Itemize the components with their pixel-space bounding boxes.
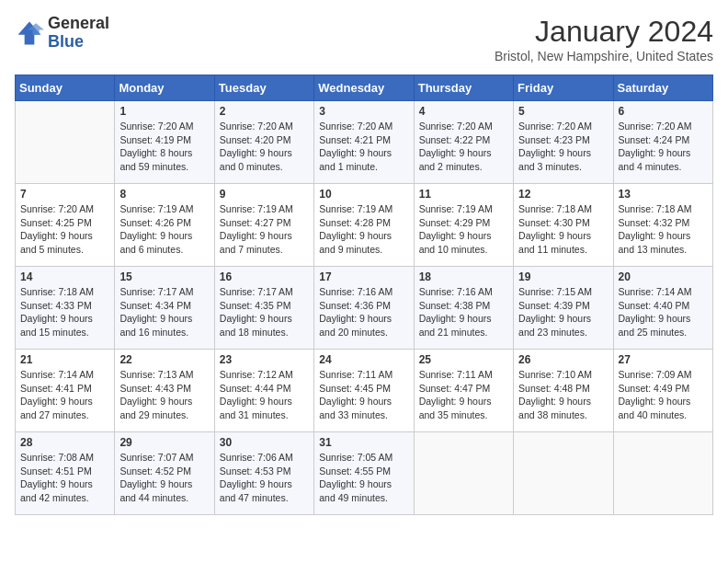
day-info: Sunrise: 7:10 AMSunset: 4:48 PMDaylight:… — [518, 368, 608, 422]
day-info: Sunrise: 7:19 AMSunset: 4:29 PMDaylight:… — [419, 202, 508, 257]
calendar-cell: 6Sunrise: 7:20 AMSunset: 4:24 PMDaylight… — [613, 101, 712, 184]
calendar-cell: 24Sunrise: 7:11 AMSunset: 4:45 PMDayligh… — [314, 350, 414, 432]
day-info: Sunrise: 7:20 AMSunset: 4:22 PMDaylight:… — [419, 120, 508, 174]
day-info: Sunrise: 7:19 AMSunset: 4:28 PMDaylight:… — [319, 202, 408, 257]
calendar-cell: 18Sunrise: 7:16 AMSunset: 4:38 PMDayligh… — [414, 267, 513, 350]
day-number: 27 — [619, 353, 708, 366]
calendar-cell: 26Sunrise: 7:10 AMSunset: 4:48 PMDayligh… — [514, 350, 613, 432]
day-info: Sunrise: 7:08 AMSunset: 4:51 PMDaylight:… — [20, 451, 109, 505]
day-info: Sunrise: 7:11 AMSunset: 4:47 PMDaylight:… — [419, 368, 508, 422]
day-info: Sunrise: 7:05 AMSunset: 4:55 PMDaylight:… — [319, 451, 408, 505]
day-info: Sunrise: 7:09 AMSunset: 4:49 PMDaylight:… — [619, 368, 708, 422]
day-info: Sunrise: 7:20 AMSunset: 4:21 PMDaylight:… — [319, 120, 408, 174]
day-info: Sunrise: 7:18 AMSunset: 4:32 PMDaylight:… — [619, 202, 708, 257]
calendar-cell: 23Sunrise: 7:12 AMSunset: 4:44 PMDayligh… — [214, 350, 313, 432]
day-number: 17 — [319, 270, 408, 283]
weekday-header-row: SundayMondayTuesdayWednesdayThursdayFrid… — [16, 75, 713, 101]
day-number: 24 — [319, 353, 408, 366]
day-number: 14 — [20, 270, 109, 283]
day-info: Sunrise: 7:15 AMSunset: 4:39 PMDaylight:… — [518, 285, 608, 339]
calendar-subtitle: Bristol, New Hampshire, United States — [495, 49, 713, 63]
day-info: Sunrise: 7:14 AMSunset: 4:41 PMDaylight:… — [20, 368, 109, 422]
day-info: Sunrise: 7:18 AMSunset: 4:33 PMDaylight:… — [20, 285, 109, 339]
calendar-cell: 21Sunrise: 7:14 AMSunset: 4:41 PMDayligh… — [16, 350, 115, 432]
calendar-cell: 13Sunrise: 7:18 AMSunset: 4:32 PMDayligh… — [613, 184, 712, 267]
calendar-cell — [414, 432, 513, 515]
page-header: General Blue January 2024 Bristol, New H… — [15, 15, 713, 63]
day-info: Sunrise: 7:07 AMSunset: 4:52 PMDaylight:… — [119, 451, 209, 505]
weekday-header-monday: Monday — [115, 75, 214, 101]
calendar-cell: 9Sunrise: 7:19 AMSunset: 4:27 PMDaylight… — [214, 184, 313, 267]
calendar-cell: 19Sunrise: 7:15 AMSunset: 4:39 PMDayligh… — [514, 267, 613, 350]
calendar-cell: 8Sunrise: 7:19 AMSunset: 4:26 PMDaylight… — [115, 184, 214, 267]
day-number: 20 — [619, 270, 708, 283]
calendar-cell — [613, 432, 712, 515]
day-number: 19 — [518, 270, 608, 283]
weekday-header-tuesday: Tuesday — [214, 75, 313, 101]
day-number: 1 — [119, 105, 209, 118]
calendar-cell: 16Sunrise: 7:17 AMSunset: 4:35 PMDayligh… — [214, 267, 313, 350]
calendar-cell: 7Sunrise: 7:20 AMSunset: 4:25 PMDaylight… — [16, 184, 115, 267]
calendar-cell: 12Sunrise: 7:18 AMSunset: 4:30 PMDayligh… — [514, 184, 613, 267]
day-info: Sunrise: 7:20 AMSunset: 4:25 PMDaylight:… — [20, 202, 109, 257]
title-section: January 2024 Bristol, New Hampshire, Uni… — [495, 15, 713, 63]
calendar-week-4: 21Sunrise: 7:14 AMSunset: 4:41 PMDayligh… — [16, 350, 713, 432]
day-info: Sunrise: 7:12 AMSunset: 4:44 PMDaylight:… — [220, 368, 309, 422]
calendar-cell: 22Sunrise: 7:13 AMSunset: 4:43 PMDayligh… — [115, 350, 214, 432]
calendar-week-1: 1Sunrise: 7:20 AMSunset: 4:19 PMDaylight… — [16, 101, 713, 184]
calendar-cell: 15Sunrise: 7:17 AMSunset: 4:34 PMDayligh… — [115, 267, 214, 350]
day-info: Sunrise: 7:17 AMSunset: 4:34 PMDaylight:… — [119, 285, 209, 339]
day-number: 30 — [220, 436, 309, 449]
day-number: 8 — [119, 188, 209, 201]
day-info: Sunrise: 7:16 AMSunset: 4:38 PMDaylight:… — [419, 285, 508, 339]
day-number: 2 — [220, 105, 309, 118]
day-info: Sunrise: 7:16 AMSunset: 4:36 PMDaylight:… — [319, 285, 408, 339]
calendar-week-5: 28Sunrise: 7:08 AMSunset: 4:51 PMDayligh… — [16, 432, 713, 515]
day-number: 18 — [419, 270, 508, 283]
day-info: Sunrise: 7:14 AMSunset: 4:40 PMDaylight:… — [619, 285, 708, 339]
calendar-table: SundayMondayTuesdayWednesdayThursdayFrid… — [15, 75, 713, 515]
day-number: 31 — [319, 436, 408, 449]
calendar-title: January 2024 — [495, 15, 713, 49]
day-info: Sunrise: 7:20 AMSunset: 4:20 PMDaylight:… — [220, 120, 309, 174]
day-info: Sunrise: 7:17 AMSunset: 4:35 PMDaylight:… — [220, 285, 309, 339]
day-info: Sunrise: 7:18 AMSunset: 4:30 PMDaylight:… — [518, 202, 608, 257]
calendar-cell: 5Sunrise: 7:20 AMSunset: 4:23 PMDaylight… — [514, 101, 613, 184]
weekday-header-friday: Friday — [514, 75, 613, 101]
calendar-cell: 14Sunrise: 7:18 AMSunset: 4:33 PMDayligh… — [16, 267, 115, 350]
day-info: Sunrise: 7:20 AMSunset: 4:24 PMDaylight:… — [619, 120, 708, 174]
day-info: Sunrise: 7:13 AMSunset: 4:43 PMDaylight:… — [119, 368, 209, 422]
day-number: 7 — [20, 188, 109, 201]
calendar-cell: 31Sunrise: 7:05 AMSunset: 4:55 PMDayligh… — [314, 432, 414, 515]
day-number: 12 — [518, 188, 608, 201]
calendar-cell: 28Sunrise: 7:08 AMSunset: 4:51 PMDayligh… — [16, 432, 115, 515]
calendar-cell: 29Sunrise: 7:07 AMSunset: 4:52 PMDayligh… — [115, 432, 214, 515]
logo: General Blue — [15, 15, 109, 52]
day-number: 28 — [20, 436, 109, 449]
day-info: Sunrise: 7:19 AMSunset: 4:26 PMDaylight:… — [119, 202, 209, 257]
weekday-header-saturday: Saturday — [613, 75, 712, 101]
calendar-cell: 4Sunrise: 7:20 AMSunset: 4:22 PMDaylight… — [414, 101, 513, 184]
day-number: 15 — [119, 270, 209, 283]
day-number: 9 — [220, 188, 309, 201]
day-info: Sunrise: 7:06 AMSunset: 4:53 PMDaylight:… — [220, 451, 309, 505]
day-number: 6 — [619, 105, 708, 118]
calendar-cell: 11Sunrise: 7:19 AMSunset: 4:29 PMDayligh… — [414, 184, 513, 267]
day-number: 5 — [518, 105, 608, 118]
weekday-header-sunday: Sunday — [16, 75, 115, 101]
calendar-cell: 10Sunrise: 7:19 AMSunset: 4:28 PMDayligh… — [314, 184, 414, 267]
day-info: Sunrise: 7:19 AMSunset: 4:27 PMDaylight:… — [220, 202, 309, 257]
day-number: 11 — [419, 188, 508, 201]
day-info: Sunrise: 7:20 AMSunset: 4:23 PMDaylight:… — [518, 120, 608, 174]
calendar-body: 1Sunrise: 7:20 AMSunset: 4:19 PMDaylight… — [16, 101, 713, 515]
calendar-week-2: 7Sunrise: 7:20 AMSunset: 4:25 PMDaylight… — [16, 184, 713, 267]
day-number: 13 — [619, 188, 708, 201]
day-number: 23 — [220, 353, 309, 366]
day-number: 10 — [319, 188, 408, 201]
day-number: 29 — [119, 436, 209, 449]
day-number: 25 — [419, 353, 508, 366]
calendar-cell — [514, 432, 613, 515]
day-number: 3 — [319, 105, 408, 118]
calendar-cell: 30Sunrise: 7:06 AMSunset: 4:53 PMDayligh… — [214, 432, 313, 515]
weekday-header-wednesday: Wednesday — [314, 75, 414, 101]
